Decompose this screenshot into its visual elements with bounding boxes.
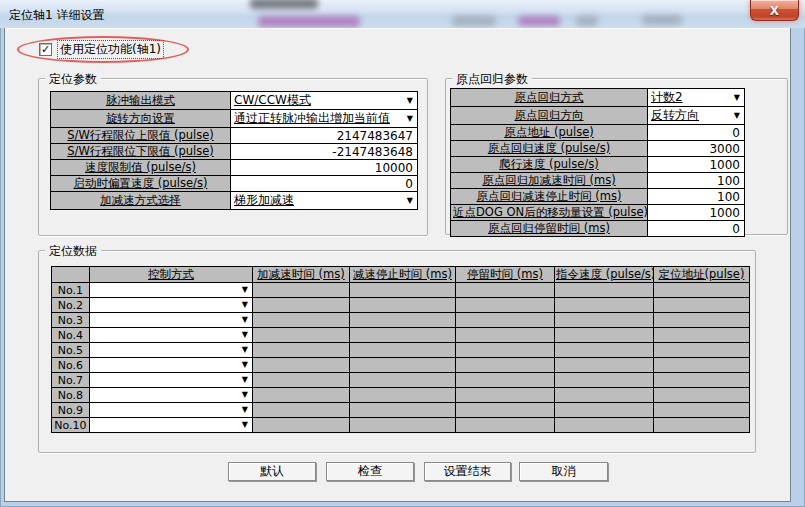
finish-setting-button[interactable]: 设置结束 — [424, 462, 511, 481]
data-cell-disabled — [253, 403, 350, 418]
data-cell-disabled — [350, 358, 456, 373]
control-method-dropdown[interactable]: ▼ — [90, 418, 253, 433]
param-value-field[interactable]: 100 — [648, 173, 745, 189]
data-cell-disabled — [253, 418, 350, 433]
data-cell-disabled — [555, 388, 654, 403]
param-value-field[interactable]: 100 — [648, 189, 745, 205]
chevron-down-icon: ▼ — [407, 114, 413, 123]
chevron-down-icon: ▼ — [242, 345, 248, 354]
param-row: 爬行速度 (pulse/s)1000 — [451, 157, 745, 173]
data-cell-disabled — [350, 298, 456, 313]
param-label: S/W行程限位上限值 (pulse) — [51, 128, 231, 144]
param-dropdown[interactable]: 反转方向▼ — [648, 107, 745, 125]
param-dropdown[interactable]: 通过正转脉冲输出增加当前值▼ — [231, 110, 418, 128]
titlebar-background-blob — [250, 0, 318, 9]
default-button[interactable]: 默认 — [228, 462, 316, 481]
param-row: S/W行程限位上限值 (pulse)2147483647 — [51, 128, 418, 144]
param-value-field[interactable]: 0 — [648, 221, 745, 237]
param-row: 加减速方式选择梯形加减速▼ — [51, 192, 418, 210]
use-positioning-checkbox[interactable]: ✓ — [39, 43, 52, 56]
control-method-dropdown[interactable]: ▼ — [90, 373, 253, 388]
data-cell-disabled — [555, 328, 654, 343]
chevron-down-icon: ▼ — [242, 420, 248, 429]
chevron-down-icon: ▼ — [734, 93, 740, 102]
param-row: S/W行程限位下限值 (pulse)-2147483648 — [51, 144, 418, 160]
control-method-dropdown[interactable]: ▼ — [90, 403, 253, 418]
close-icon: X — [770, 4, 779, 18]
data-cell-disabled — [654, 328, 750, 343]
data-cell-disabled — [253, 373, 350, 388]
data-cell-disabled — [456, 313, 555, 328]
chevron-down-icon: ▼ — [242, 330, 248, 339]
param-dropdown[interactable]: 计数2▼ — [648, 89, 745, 107]
param-label: 爬行速度 (pulse/s) — [451, 157, 648, 173]
data-cell-disabled — [654, 403, 750, 418]
param-dropdown[interactable]: 梯形加减速▼ — [231, 192, 418, 210]
control-method-dropdown[interactable]: ▼ — [90, 388, 253, 403]
param-label: S/W行程限位下限值 (pulse) — [51, 144, 231, 160]
param-value-field[interactable]: 3000 — [648, 141, 745, 157]
param-value-field[interactable]: 0 — [648, 125, 745, 141]
chevron-down-icon: ▼ — [734, 111, 740, 120]
chevron-down-icon: ▼ — [407, 96, 413, 105]
use-positioning-checkbox-row: ✓ 使用定位功能(轴1) — [39, 41, 164, 57]
param-label: 原点回归停留时间 (ms) — [451, 221, 648, 237]
check-mark-icon: ✓ — [41, 43, 50, 56]
param-label: 原点回归减速停止时间 (ms) — [451, 189, 648, 205]
param-row: 脉冲输出模式CW/CCW模式▼ — [51, 92, 418, 110]
data-row: No.8▼ — [52, 388, 750, 403]
check-button[interactable]: 检查 — [326, 462, 414, 481]
param-label: 旋转方向设置 — [51, 110, 231, 128]
data-cell-disabled — [555, 418, 654, 433]
param-value-field[interactable]: 1000 — [648, 157, 745, 173]
control-method-dropdown[interactable]: ▼ — [90, 328, 253, 343]
positioning-params-group-title: 定位参数 — [45, 71, 101, 88]
param-label: 脉冲输出模式 — [51, 92, 231, 110]
title-bar[interactable]: 定位轴1 详细设置 X — [0, 0, 805, 28]
param-row: 原点回归速度 (pulse/s)3000 — [451, 141, 745, 157]
chevron-down-icon: ▼ — [242, 315, 248, 324]
data-row: No.2▼ — [52, 298, 750, 313]
data-cell-disabled — [654, 283, 750, 298]
control-method-dropdown[interactable]: ▼ — [90, 343, 253, 358]
column-header: 定位地址(pulse) — [654, 267, 750, 283]
param-value-field[interactable]: 10000 — [231, 160, 418, 176]
column-header: 加减速时间 (ms) — [253, 267, 350, 283]
use-positioning-checkbox-label: 使用定位功能(轴1) — [57, 40, 164, 59]
control-method-dropdown[interactable]: ▼ — [90, 283, 253, 298]
data-cell-disabled — [654, 313, 750, 328]
param-dropdown[interactable]: CW/CCW模式▼ — [231, 92, 418, 110]
control-method-dropdown[interactable]: ▼ — [90, 298, 253, 313]
data-row: No.4▼ — [52, 328, 750, 343]
param-label: 启动时偏置速度 (pulse/s) — [51, 176, 231, 192]
param-label: 近点DOG ON后的移动量设置 (pulse) — [451, 205, 648, 221]
data-cell-disabled — [456, 283, 555, 298]
data-cell-disabled — [654, 298, 750, 313]
data-cell-disabled — [253, 328, 350, 343]
param-row: 原点回归方向反转方向▼ — [451, 107, 745, 125]
cancel-button[interactable]: 取消 — [519, 462, 608, 481]
row-number-cell: No.1 — [52, 283, 90, 298]
param-label: 加减速方式选择 — [51, 192, 231, 210]
positioning-data-table: 控制方式加减速时间 (ms)减速停止时间 (ms)停留时间 (ms)指令速度 (… — [51, 266, 750, 433]
data-cell-disabled — [555, 298, 654, 313]
param-label: 速度限制值 (pulse/s) — [51, 160, 231, 176]
control-method-dropdown[interactable]: ▼ — [90, 358, 253, 373]
dialog-client-area: ✓ 使用定位功能(轴1) 定位参数 脉冲输出模式CW/CCW模式▼旋转方向设置通… — [4, 28, 791, 502]
data-row: No.5▼ — [52, 343, 750, 358]
close-button[interactable]: X — [750, 0, 799, 21]
data-cell-disabled — [555, 358, 654, 373]
param-value-field[interactable]: 1000 — [648, 205, 745, 221]
chevron-down-icon: ▼ — [242, 375, 248, 384]
column-header: 指令速度 (pulse/s) — [555, 267, 654, 283]
param-value-field[interactable]: 2147483647 — [231, 128, 418, 144]
data-cell-disabled — [555, 373, 654, 388]
control-method-dropdown[interactable]: ▼ — [90, 313, 253, 328]
data-cell-disabled — [654, 343, 750, 358]
param-value-field[interactable]: 0 — [231, 176, 418, 192]
data-cell-disabled — [654, 388, 750, 403]
positioning-data-group-title: 定位数据 — [45, 243, 101, 260]
titlebar-background-blob — [518, 16, 560, 26]
titlebar-background-blob — [576, 16, 598, 26]
param-value-field[interactable]: -2147483648 — [231, 144, 418, 160]
